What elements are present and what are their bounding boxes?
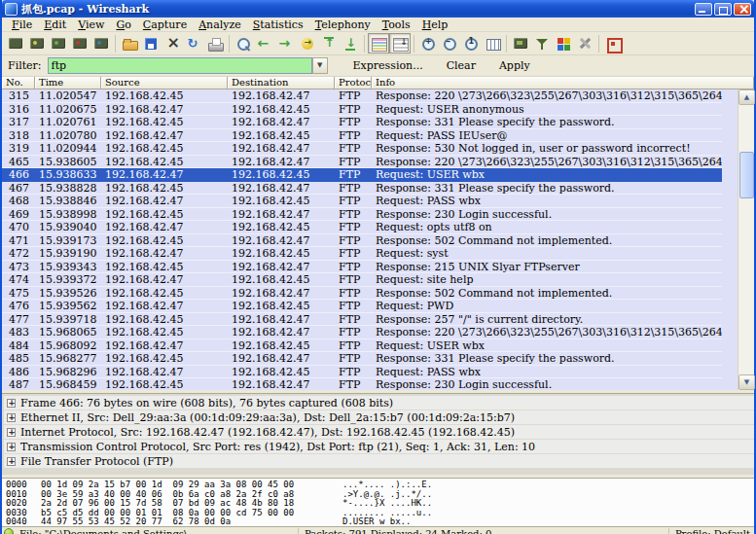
toolbar-iface-list-button[interactable] <box>5 33 26 53</box>
menu-item-help[interactable]: Help <box>416 18 454 31</box>
close-button[interactable] <box>734 3 751 16</box>
packet-row[interactable]: 47115.939173192.168.42.45192.168.42.47FT… <box>2 234 722 248</box>
packet-row[interactable]: 31511.020547192.168.42.45192.168.42.47FT… <box>2 89 722 103</box>
toolbar-open-file-button[interactable] <box>119 33 140 53</box>
column-header-source[interactable]: Source <box>101 77 228 89</box>
toolbar-help-button[interactable] <box>602 33 624 53</box>
packet-row[interactable]: 47415.939372192.168.42.47192.168.42.45FT… <box>2 273 722 287</box>
scroll-up-icon[interactable]: ▲ <box>738 89 755 105</box>
menu-item-go[interactable]: Go <box>110 18 136 31</box>
packet-cell-time: 15.968296 <box>35 366 101 378</box>
packet-row[interactable]: 47715.939718192.168.42.45192.168.42.47FT… <box>2 313 722 327</box>
toolbar-find-button[interactable] <box>233 33 254 53</box>
filter-dropdown-arrow-icon[interactable]: ▼ <box>312 57 328 74</box>
apply-button[interactable]: Apply <box>487 57 542 74</box>
minimize-button[interactable] <box>695 3 712 16</box>
packet-cell-time: 15.938633 <box>35 168 101 181</box>
column-header-protocol[interactable]: Protocol <box>335 77 372 89</box>
menu-item-tools[interactable]: Tools <box>377 18 416 31</box>
toolbar-capture-stop-button[interactable] <box>69 33 90 53</box>
expander-plus-icon[interactable] <box>7 428 16 437</box>
scroll-down-icon[interactable]: ▼ <box>738 374 755 390</box>
expert-info-icon[interactable] <box>4 528 14 534</box>
toolbar-capture-options-button[interactable] <box>26 33 48 53</box>
toolbar-capture-filter-button[interactable] <box>510 33 531 53</box>
expander-plus-icon[interactable] <box>7 413 16 422</box>
hex-ascii: .>Y.@.@. .j..*/.. <box>342 489 432 499</box>
toolbar-reload-button[interactable] <box>183 33 204 53</box>
expander-plus-icon[interactable] <box>7 443 16 451</box>
packet-row[interactable]: 46515.938605192.168.42.45192.168.42.47FT… <box>2 156 722 169</box>
vertical-scrollbar[interactable]: ▲ ▼ <box>738 89 754 390</box>
scrollbar-thumb[interactable] <box>739 152 754 198</box>
toolbar-colorize-toggle-button[interactable] <box>368 33 389 53</box>
packet-row[interactable]: 47315.939343192.168.42.45192.168.42.47FT… <box>2 261 722 274</box>
expander-plus-icon[interactable] <box>7 457 16 466</box>
expression-button[interactable]: Expression... <box>342 57 435 74</box>
packet-row[interactable]: 46915.938998192.168.42.45192.168.42.47FT… <box>2 208 722 222</box>
menu-item-statistics[interactable]: Statistics <box>247 18 309 31</box>
menu-item-file[interactable]: File <box>6 18 38 31</box>
packet-row[interactable]: 46715.938828192.168.42.45192.168.42.47FT… <box>2 182 722 196</box>
packet-row[interactable]: 47215.939190192.168.42.47192.168.42.45FT… <box>2 247 722 261</box>
toolbar-close-file-button[interactable] <box>162 33 183 53</box>
toolbar-coloring-rules-button[interactable] <box>553 33 574 53</box>
toolbar-zoom-in-button[interactable] <box>417 33 439 53</box>
toolbar-save-as-button[interactable] <box>140 33 162 53</box>
toolbar-zoom-out-button[interactable] <box>439 33 460 53</box>
packet-row[interactable]: 47015.939040192.168.42.47192.168.42.45FT… <box>2 221 722 234</box>
clear-button[interactable]: Clear <box>435 57 487 74</box>
detail-tree-row[interactable]: Internet Protocol, Src: 192.168.42.47 (1… <box>4 425 754 439</box>
detail-tree-row[interactable]: Ethernet II, Src: Dell_29:aa:3a (00:1d:0… <box>4 410 754 424</box>
packet-cell-source: 192.168.42.47 <box>101 221 228 233</box>
column-header-time[interactable]: Time <box>35 77 101 89</box>
toolbar-go-bottom-button[interactable] <box>340 33 361 53</box>
display-filter-icon <box>534 36 551 52</box>
packet-row[interactable]: 48715.968459192.168.42.45192.168.42.47FT… <box>2 378 722 390</box>
packet-row[interactable]: 31711.020761192.168.42.45192.168.42.47FT… <box>2 116 722 129</box>
toolbar-display-filter-button[interactable] <box>531 33 553 53</box>
menu-item-view[interactable]: View <box>72 18 110 31</box>
detail-tree-row[interactable]: File Transfer Protocol (FTP) <box>4 454 754 468</box>
column-header-destination[interactable]: Destination <box>228 77 335 89</box>
menu-item-edit[interactable]: Edit <box>38 18 72 31</box>
packet-row[interactable]: 31611.020675192.168.42.47192.168.42.45FT… <box>2 103 722 117</box>
toolbar-print-button[interactable] <box>204 33 226 53</box>
toolbar-autoscroll-toggle-button[interactable] <box>389 33 411 53</box>
packet-row[interactable]: 48415.968092192.168.42.47192.168.42.45FT… <box>2 339 722 353</box>
menu-item-telephony[interactable]: Telephony <box>309 18 377 31</box>
toolbar-go-to-packet-button[interactable] <box>297 33 318 53</box>
toolbar-preferences-button[interactable] <box>574 33 595 53</box>
column-header-info[interactable]: Info <box>372 77 754 89</box>
detail-tree-row[interactable]: Transmission Control Protocol, Src Port:… <box>4 440 754 453</box>
zoom-100-icon <box>463 36 480 52</box>
toolbar-resize-columns-button[interactable] <box>482 33 503 53</box>
toolbar-go-back-button[interactable] <box>254 33 275 53</box>
packet-row[interactable]: 48315.968065192.168.42.45192.168.42.47FT… <box>2 326 722 339</box>
expander-plus-icon[interactable] <box>7 399 16 408</box>
packet-row[interactable]: 31911.020944192.168.42.45192.168.42.47FT… <box>2 142 722 156</box>
packet-row[interactable]: 46615.938633192.168.42.47192.168.42.45FT… <box>2 168 722 182</box>
packet-row[interactable]: 31811.020780192.168.42.47192.168.42.45FT… <box>2 129 722 143</box>
hex-row[interactable]: 004044 97 55 53 45 52 20 77 62 78 0d 0aD… <box>6 517 754 526</box>
menu-item-capture[interactable]: Capture <box>137 18 193 31</box>
toolbar-zoom-100-button[interactable] <box>460 33 482 53</box>
column-header-no[interactable]: No. <box>2 77 35 89</box>
packet-cell-time: 15.939372 <box>35 273 101 286</box>
packet-row[interactable]: 48515.968277192.168.42.45192.168.42.47FT… <box>2 352 722 366</box>
toolbar-go-forward-button[interactable] <box>275 33 297 53</box>
packet-row[interactable]: 47515.939526192.168.42.45192.168.42.47FT… <box>2 287 722 301</box>
packet-row[interactable]: 47615.939562192.168.42.47192.168.42.45FT… <box>2 300 722 313</box>
toolbar-capture-restart-button[interactable] <box>90 33 112 53</box>
toolbar-go-top-button[interactable] <box>318 33 340 53</box>
detail-tree-row[interactable]: Frame 466: 76 bytes on wire (608 bits), … <box>4 396 754 409</box>
go-bottom-icon <box>342 36 359 52</box>
toolbar-capture-start-button[interactable] <box>48 33 69 53</box>
packet-cell-no: 483 <box>2 326 35 338</box>
menu-item-analyze[interactable]: Analyze <box>193 18 247 31</box>
packet-row[interactable]: 46815.938846192.168.42.47192.168.42.45FT… <box>2 195 722 208</box>
filter-input[interactable] <box>48 57 312 74</box>
wireshark-window: 抓包.pcap - Wireshark FileEditViewGoCaptur… <box>0 0 756 534</box>
packet-row[interactable]: 48615.968296192.168.42.47192.168.42.45FT… <box>2 366 722 379</box>
restore-button[interactable] <box>714 3 732 16</box>
